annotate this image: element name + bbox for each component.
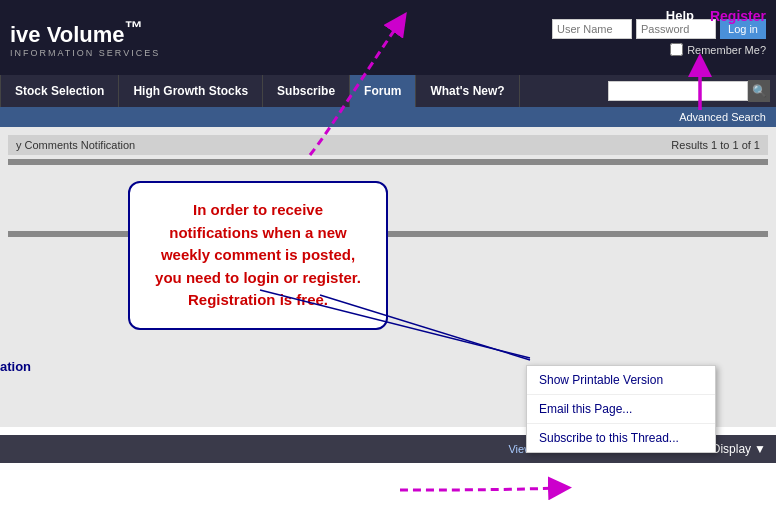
subscribe-arrow — [400, 488, 560, 490]
notification-bar: y Comments Notification Results 1 to 1 o… — [8, 135, 768, 155]
dropdown-menu: Show Printable Version Email this Page..… — [526, 365, 716, 453]
header-links: Help Register — [666, 8, 766, 24]
nav-item-subscribe[interactable]: Subscribe — [263, 75, 350, 107]
dropdown-item-email[interactable]: Email this Page... — [527, 395, 715, 424]
display-label: Display — [712, 442, 751, 456]
help-link[interactable]: Help — [666, 8, 694, 24]
logo-sub: INFORMATION SERVICES — [10, 48, 160, 58]
logo-main: ive Volume™ — [10, 17, 160, 48]
nav-item-high-growth[interactable]: High Growth Stocks — [119, 75, 263, 107]
logo-area: ive Volume™ INFORMATION SERVICES — [10, 17, 160, 58]
logo-text: ive Volume — [10, 22, 125, 47]
search-icon: 🔍 — [752, 84, 767, 98]
header: ive Volume™ INFORMATION SERVICES Log in … — [0, 0, 776, 75]
dropdown-item-printable[interactable]: Show Printable Version — [527, 366, 715, 395]
search-button[interactable]: 🔍 — [748, 80, 770, 102]
search-input[interactable] — [608, 81, 748, 101]
display-button[interactable]: Display ▼ — [712, 442, 766, 456]
nav-item-whats-new[interactable]: What's New? — [416, 75, 519, 107]
logo-tm: ™ — [125, 17, 143, 38]
tooltip-box: In order to receive notifications when a… — [128, 181, 388, 330]
gray-bar-1 — [8, 159, 768, 165]
display-chevron: ▼ — [754, 442, 766, 456]
header-right: Log in Remember Me? — [552, 19, 766, 56]
search-area: 🔍 — [608, 80, 776, 102]
username-input[interactable] — [552, 19, 632, 39]
results-text: Results 1 to 1 of 1 — [671, 139, 760, 151]
nav-item-stock-selection[interactable]: Stock Selection — [0, 75, 119, 107]
dropdown-item-subscribe[interactable]: Subscribe to this Thread... — [527, 424, 715, 452]
advanced-search-bar: Advanced Search — [0, 107, 776, 127]
remember-checkbox[interactable] — [670, 43, 683, 56]
remember-label: Remember Me? — [687, 44, 766, 56]
remember-row: Remember Me? — [670, 43, 766, 56]
register-link[interactable]: Register — [710, 8, 766, 24]
nav-bar: Stock Selection High Growth Stocks Subsc… — [0, 75, 776, 107]
nav-item-forum[interactable]: Forum — [350, 75, 416, 107]
gray-bar-2 — [8, 231, 768, 237]
advanced-search-link[interactable]: Advanced Search — [679, 111, 766, 123]
notification-title: y Comments Notification — [16, 139, 135, 151]
ation-label: ation — [0, 359, 31, 374]
